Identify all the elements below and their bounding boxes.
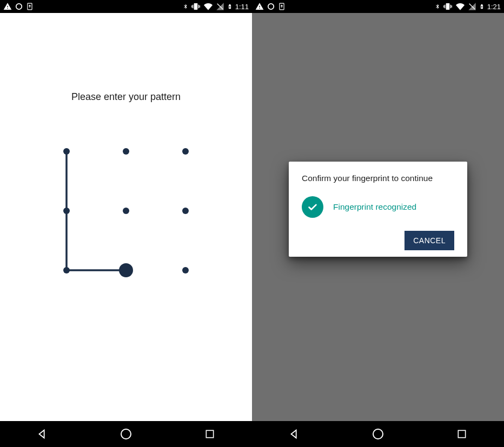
check-icon [302,196,323,218]
back-button[interactable] [23,421,62,447]
pattern-dot[interactable] [63,148,70,155]
dialog-title: Confirm your fingerprint to continue [302,174,454,183]
pattern-dot[interactable] [182,267,189,273]
bluetooth-icon [183,2,188,11]
svg-rect-7 [459,430,466,437]
recent-apps-button[interactable] [442,421,481,447]
pattern-dot[interactable] [119,263,133,277]
status-bar: 1:21 [252,0,504,13]
pattern-prompt: Please enter your pattern [0,91,252,103]
signal-off-icon [216,2,224,11]
back-button[interactable] [275,421,314,447]
fingerprint-dialog: Confirm your fingerprint to continue Fin… [289,162,467,257]
wifi-icon [455,2,465,11]
status-time: 1:21 [487,3,501,11]
fingerprint-status-text: Fingerprint recognized [333,202,416,212]
status-bar: 1:11 [0,0,252,13]
svg-point-2 [121,429,131,439]
pattern-dot[interactable] [182,148,189,155]
pattern-dot[interactable] [123,148,129,155]
warning-icon [3,2,12,11]
signal-off-icon [468,2,476,11]
pattern-dot[interactable] [63,208,70,214]
navigation-bar [0,421,252,447]
svg-rect-3 [207,430,214,437]
pattern-dot[interactable] [123,208,129,214]
battery-charging-icon [479,2,485,11]
bluetooth-icon [435,2,440,11]
home-button[interactable] [359,421,397,447]
phone-pattern-screen: 1:11 Please enter your pattern [0,0,252,447]
circle-icon [15,3,23,10]
status-time: 1:11 [235,3,249,11]
home-button[interactable] [107,421,145,447]
update-icon [26,2,34,11]
wifi-icon [203,2,213,11]
pattern-dot[interactable] [63,267,70,273]
svg-point-6 [373,429,383,439]
fingerprint-status-row: Fingerprint recognized [302,196,454,218]
vibrate-icon [443,2,453,11]
pattern-input[interactable] [56,141,196,281]
svg-point-0 [16,4,22,10]
navigation-bar [252,421,504,447]
phone-fingerprint-screen: 1:21 Confirm your fingerprint to continu… [252,0,504,447]
update-icon [278,2,286,11]
vibrate-icon [191,2,201,11]
cancel-button[interactable]: CANCEL [404,231,454,250]
battery-charging-icon [227,2,233,11]
circle-icon [267,3,275,10]
warning-icon [255,2,264,11]
pattern-dot[interactable] [182,208,189,214]
svg-point-4 [268,4,274,10]
recent-apps-button[interactable] [190,421,229,447]
